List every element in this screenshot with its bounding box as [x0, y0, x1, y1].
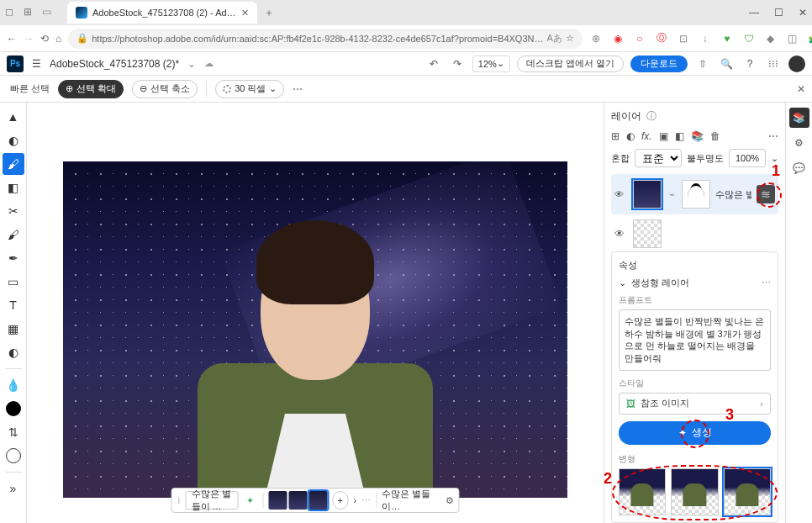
context-thumb-2[interactable]	[288, 491, 307, 510]
zoom-control[interactable]: 12% ⌄	[472, 55, 510, 72]
crop-tool[interactable]: ✂	[3, 200, 24, 222]
layer-row-1[interactable]: 👁 ⌁ 수많은 별들 ≋	[611, 174, 778, 214]
avatar[interactable]	[788, 55, 805, 72]
group-button[interactable]: 📚	[691, 130, 704, 142]
brush-size-control[interactable]: 30 픽셀 ⌄	[215, 80, 284, 98]
more-tools-button[interactable]: »	[3, 478, 24, 499]
context-handle-icon[interactable]: ⁞	[177, 495, 181, 506]
menu-button[interactable]: ☰	[32, 58, 41, 70]
minimize-button[interactable]: —	[749, 7, 759, 18]
workspaces-icon[interactable]: ⊞	[24, 6, 32, 18]
photoshop-logo-icon[interactable]: Ps	[7, 55, 24, 72]
layer-visibility-icon[interactable]: 👁	[614, 228, 628, 240]
search-icon[interactable]: 🔍	[718, 58, 735, 70]
cloud-sync-icon[interactable]: ☁	[204, 58, 214, 69]
browser-tab[interactable]: AdobeStock_475123708 (2) - Ad… ✕	[67, 2, 257, 24]
chevron-down-icon[interactable]: ⌄	[619, 277, 626, 288]
more-options-button[interactable]: ⋯	[293, 83, 303, 95]
share-icon[interactable]: ⇧	[694, 58, 711, 70]
lasso-tool[interactable]: ◐	[3, 129, 24, 151]
back-button[interactable]: ←	[7, 33, 17, 45]
url-input[interactable]: 🔒 https://photoshop.adobe.com/id/urn:aai…	[68, 29, 583, 49]
ext-icon-5[interactable]: ⊡	[677, 32, 690, 45]
redo-button[interactable]: ↷	[449, 58, 466, 70]
eyedropper-tool[interactable]: 💧	[3, 374, 24, 396]
delete-button[interactable]: 🗑	[710, 130, 720, 142]
sidebar-icon[interactable]: ◫	[786, 32, 799, 45]
close-options-button[interactable]: ✕	[797, 83, 805, 95]
props-menu-button[interactable]: ⋯	[762, 277, 771, 288]
clip-button[interactable]: ◧	[675, 130, 684, 142]
profile-icon[interactable]: ◻	[5, 6, 13, 18]
tab-actions-icon[interactable]: ▭	[42, 6, 51, 18]
variation-thumb-3[interactable]	[724, 468, 771, 515]
context-settings-icon[interactable]: ⚙	[446, 495, 454, 506]
undo-button[interactable]: ↶	[425, 58, 442, 70]
layer-thumbnail[interactable]	[633, 180, 662, 209]
variation-thumb-1[interactable]	[619, 468, 666, 515]
close-window-button[interactable]: ✕	[799, 7, 807, 18]
move-tool[interactable]: ▲	[3, 106, 24, 128]
quick-select-tool[interactable]: 🖌	[3, 153, 24, 175]
download-button[interactable]: 다운로드	[630, 55, 688, 72]
blend-mode-select[interactable]: 표준	[635, 149, 682, 167]
swap-colors-button[interactable]: ⇅	[3, 421, 24, 443]
context-style-button[interactable]: ✦	[243, 491, 257, 510]
ext-icon-4[interactable]: Ⓞ	[655, 32, 668, 45]
help-icon[interactable]: ?	[741, 58, 758, 70]
panel-menu-button[interactable]: ⋯	[768, 130, 778, 142]
context-next-icon[interactable]: ›	[353, 495, 356, 505]
open-desktop-button[interactable]: 데스크탑 앱에서 열기	[517, 55, 624, 72]
context-thumb-1[interactable]	[268, 491, 287, 510]
context-add-button[interactable]: +	[332, 491, 348, 510]
comments-rail-icon[interactable]: 💬	[789, 158, 809, 178]
ext-icon-2[interactable]: ◉	[611, 32, 625, 45]
add-layer-button[interactable]: ⊞	[611, 130, 620, 142]
layer-visibility-icon[interactable]: 👁	[614, 189, 628, 199]
extensions-icon[interactable]: 🧩	[808, 32, 812, 45]
ext-icon-3[interactable]: ○	[633, 32, 646, 45]
tab-close-icon[interactable]: ✕	[241, 8, 249, 18]
translate-icon[interactable]: Aあ	[546, 32, 562, 45]
pen-tool[interactable]: ✒	[3, 247, 24, 269]
apps-icon[interactable]: ⁝⁝⁝	[765, 58, 782, 70]
adjustment-icon[interactable]: ◐	[626, 130, 635, 142]
canvas[interactable]	[63, 161, 567, 498]
ext-icon-6[interactable]: ↓	[699, 32, 712, 45]
layer-name[interactable]: 수많은 별들	[715, 188, 751, 201]
remove-tool[interactable]: ◧	[3, 177, 24, 198]
layers-rail-icon[interactable]: 📚	[789, 108, 809, 128]
reload-button[interactable]: ⟲	[40, 33, 49, 45]
ext-icon-7[interactable]: ♥	[720, 32, 734, 45]
color-swatch[interactable]	[3, 398, 24, 420]
star-icon[interactable]: ☆	[566, 33, 574, 44]
brush-tool[interactable]: 🖌	[3, 224, 24, 246]
generate-button[interactable]: ✦ 생성	[619, 421, 771, 445]
variation-thumb-2[interactable]	[671, 468, 718, 515]
layer-link-icon[interactable]: ⌁	[667, 189, 677, 200]
reference-image-button[interactable]: 🖼 참조 이미지 ›	[619, 393, 771, 415]
layer-thumbnail[interactable]	[633, 219, 662, 248]
shrink-selection-button[interactable]: ⊖ 선택 축소	[132, 80, 198, 98]
ext-icon-9[interactable]: ◆	[764, 32, 778, 45]
prompt-textarea[interactable]: 수많은 별들이 반짝반짝 빛나는 은하수 밤하늘 배경에 별 3개가 행성으로 …	[619, 309, 771, 371]
fx-button[interactable]: fx.	[641, 130, 652, 142]
opacity-input[interactable]: 100%	[729, 149, 766, 167]
ext-icon-8[interactable]: 🛡	[742, 32, 756, 45]
doc-chevron-icon[interactable]: ⌄	[187, 58, 196, 70]
layer-mask-thumbnail[interactable]	[682, 180, 710, 209]
ext-icon-1[interactable]: ⊕	[589, 32, 603, 45]
mask-button[interactable]: ▣	[659, 130, 668, 142]
context-more-icon[interactable]: ⋯	[361, 495, 371, 506]
bg-color-swatch[interactable]	[3, 445, 24, 467]
context-thumb-3[interactable]	[308, 491, 327, 510]
adjust-rail-icon[interactable]: ⚙	[789, 133, 809, 153]
home-button[interactable]: ⌂	[55, 33, 61, 45]
new-tab-button[interactable]: ＋	[264, 6, 274, 20]
gradient-tool[interactable]: ▦	[3, 318, 24, 340]
info-icon[interactable]: ⓘ	[646, 109, 656, 124]
maximize-button[interactable]: ☐	[774, 7, 783, 18]
context-prompt-input[interactable]: 수많은 별들이 …	[186, 491, 239, 510]
rectangle-tool[interactable]: ▭	[3, 271, 24, 293]
layer-row-2[interactable]: 👁	[611, 219, 778, 248]
